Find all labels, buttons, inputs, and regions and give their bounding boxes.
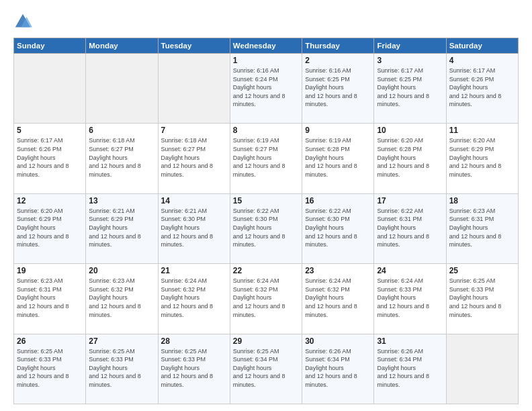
day-cell: 3 Sunrise: 6:17 AM Sunset: 6:25 PM Dayli… [374, 54, 446, 124]
day-number: 2 [305, 56, 371, 65]
day-info: Sunrise: 6:21 AM Sunset: 6:30 PM Dayligh… [161, 207, 227, 249]
day-cell: 15 Sunrise: 6:22 AM Sunset: 6:30 PM Dayl… [230, 193, 302, 263]
day-info: Sunrise: 6:19 AM Sunset: 6:27 PM Dayligh… [233, 136, 299, 179]
day-cell: 19 Sunrise: 6:23 AM Sunset: 6:31 PM Dayl… [14, 264, 86, 334]
day-info: Sunrise: 6:18 AM Sunset: 6:27 PM Dayligh… [89, 136, 154, 179]
day-cell: 30 Sunrise: 6:26 AM Sunset: 6:34 PM Dayl… [302, 334, 374, 404]
header-cell-wednesday: Wednesday [230, 38, 302, 54]
day-info: Sunrise: 6:25 AM Sunset: 6:34 PM Dayligh… [233, 347, 299, 390]
logo-icon [13, 12, 32, 31]
day-info: Sunrise: 6:17 AM Sunset: 6:26 PM Dayligh… [449, 66, 515, 109]
day-number: 21 [161, 266, 227, 275]
page: SundayMondayTuesdayWednesdayThursdayFrid… [0, 0, 532, 411]
header-cell-sunday: Sunday [14, 38, 86, 54]
day-number: 28 [161, 336, 227, 346]
week-row-2: 5 Sunrise: 6:17 AM Sunset: 6:26 PM Dayli… [14, 124, 519, 193]
day-info: Sunrise: 6:22 AM Sunset: 6:30 PM Dayligh… [305, 207, 371, 249]
day-number: 31 [377, 336, 443, 346]
day-info: Sunrise: 6:22 AM Sunset: 6:31 PM Dayligh… [377, 207, 443, 249]
day-info: Sunrise: 6:18 AM Sunset: 6:27 PM Dayligh… [161, 136, 227, 179]
day-cell [158, 54, 230, 124]
day-info: Sunrise: 6:24 AM Sunset: 6:32 PM Dayligh… [305, 277, 371, 319]
day-info: Sunrise: 6:24 AM Sunset: 6:32 PM Dayligh… [233, 277, 299, 319]
day-number: 25 [449, 266, 515, 275]
day-cell: 10 Sunrise: 6:20 AM Sunset: 6:28 PM Dayl… [374, 124, 446, 193]
day-info: Sunrise: 6:24 AM Sunset: 6:33 PM Dayligh… [377, 277, 443, 319]
calendar-table: SundayMondayTuesdayWednesdayThursdayFrid… [13, 38, 519, 404]
day-cell: 11 Sunrise: 6:20 AM Sunset: 6:29 PM Dayl… [446, 124, 518, 193]
day-cell: 16 Sunrise: 6:22 AM Sunset: 6:30 PM Dayl… [302, 193, 374, 263]
day-cell: 29 Sunrise: 6:25 AM Sunset: 6:34 PM Dayl… [230, 334, 302, 404]
day-info: Sunrise: 6:22 AM Sunset: 6:30 PM Dayligh… [233, 207, 299, 249]
day-number: 30 [305, 336, 371, 346]
day-number: 20 [89, 266, 154, 275]
week-row-5: 26 Sunrise: 6:25 AM Sunset: 6:33 PM Dayl… [14, 334, 519, 404]
day-number: 4 [449, 56, 515, 65]
day-info: Sunrise: 6:16 AM Sunset: 6:25 PM Dayligh… [305, 66, 371, 109]
week-row-3: 12 Sunrise: 6:20 AM Sunset: 6:29 PM Dayl… [14, 193, 519, 263]
day-number: 14 [161, 196, 227, 205]
day-cell: 9 Sunrise: 6:19 AM Sunset: 6:28 PM Dayli… [302, 124, 374, 193]
day-number: 29 [233, 336, 299, 346]
day-cell: 26 Sunrise: 6:25 AM Sunset: 6:33 PM Dayl… [14, 334, 86, 404]
day-cell: 23 Sunrise: 6:24 AM Sunset: 6:32 PM Dayl… [302, 264, 374, 334]
day-cell: 20 Sunrise: 6:23 AM Sunset: 6:32 PM Dayl… [86, 264, 158, 334]
day-info: Sunrise: 6:20 AM Sunset: 6:29 PM Dayligh… [17, 207, 83, 249]
header-row: SundayMondayTuesdayWednesdayThursdayFrid… [14, 38, 519, 54]
day-info: Sunrise: 6:19 AM Sunset: 6:28 PM Dayligh… [305, 136, 371, 179]
day-cell: 24 Sunrise: 6:24 AM Sunset: 6:33 PM Dayl… [374, 264, 446, 334]
day-info: Sunrise: 6:23 AM Sunset: 6:31 PM Dayligh… [17, 277, 83, 319]
day-number: 8 [233, 126, 299, 135]
day-info: Sunrise: 6:17 AM Sunset: 6:25 PM Dayligh… [377, 66, 443, 109]
day-info: Sunrise: 6:23 AM Sunset: 6:32 PM Dayligh… [89, 277, 154, 319]
day-cell: 7 Sunrise: 6:18 AM Sunset: 6:27 PM Dayli… [158, 124, 230, 193]
day-number: 27 [89, 336, 154, 346]
day-number: 24 [377, 266, 443, 275]
day-info: Sunrise: 6:20 AM Sunset: 6:28 PM Dayligh… [377, 136, 443, 179]
day-cell: 22 Sunrise: 6:24 AM Sunset: 6:32 PM Dayl… [230, 264, 302, 334]
day-number: 19 [17, 266, 83, 275]
day-info: Sunrise: 6:25 AM Sunset: 6:33 PM Dayligh… [17, 347, 83, 390]
header-cell-saturday: Saturday [446, 38, 518, 54]
day-cell: 4 Sunrise: 6:17 AM Sunset: 6:26 PM Dayli… [446, 54, 518, 124]
day-number: 7 [161, 126, 227, 135]
day-cell: 14 Sunrise: 6:21 AM Sunset: 6:30 PM Dayl… [158, 193, 230, 263]
day-cell: 21 Sunrise: 6:24 AM Sunset: 6:32 PM Dayl… [158, 264, 230, 334]
day-cell: 17 Sunrise: 6:22 AM Sunset: 6:31 PM Dayl… [374, 193, 446, 263]
day-number: 13 [89, 196, 154, 205]
day-number: 9 [305, 126, 371, 135]
day-info: Sunrise: 6:24 AM Sunset: 6:32 PM Dayligh… [161, 277, 227, 319]
day-number: 12 [17, 196, 83, 205]
day-cell: 12 Sunrise: 6:20 AM Sunset: 6:29 PM Dayl… [14, 193, 86, 263]
day-number: 3 [377, 56, 443, 65]
day-info: Sunrise: 6:20 AM Sunset: 6:29 PM Dayligh… [449, 136, 515, 179]
day-cell [446, 334, 518, 404]
day-info: Sunrise: 6:26 AM Sunset: 6:34 PM Dayligh… [377, 347, 443, 390]
week-row-4: 19 Sunrise: 6:23 AM Sunset: 6:31 PM Dayl… [14, 264, 519, 334]
logo [13, 12, 34, 31]
day-number: 18 [449, 196, 515, 205]
day-cell: 5 Sunrise: 6:17 AM Sunset: 6:26 PM Dayli… [14, 124, 86, 193]
day-number: 6 [89, 126, 154, 135]
day-number: 22 [233, 266, 299, 275]
day-info: Sunrise: 6:16 AM Sunset: 6:24 PM Dayligh… [233, 66, 299, 109]
header-cell-friday: Friday [374, 38, 446, 54]
day-number: 23 [305, 266, 371, 275]
day-info: Sunrise: 6:17 AM Sunset: 6:26 PM Dayligh… [17, 136, 83, 179]
day-number: 17 [377, 196, 443, 205]
day-cell: 6 Sunrise: 6:18 AM Sunset: 6:27 PM Dayli… [86, 124, 158, 193]
day-cell: 28 Sunrise: 6:25 AM Sunset: 6:33 PM Dayl… [158, 334, 230, 404]
day-number: 26 [17, 336, 83, 346]
calendar-header: SundayMondayTuesdayWednesdayThursdayFrid… [14, 38, 519, 54]
header-cell-thursday: Thursday [302, 38, 374, 54]
week-row-1: 1 Sunrise: 6:16 AM Sunset: 6:24 PM Dayli… [14, 54, 519, 124]
day-number: 5 [17, 126, 83, 135]
header [13, 12, 519, 31]
header-cell-tuesday: Tuesday [158, 38, 230, 54]
day-cell [14, 54, 86, 124]
day-cell [86, 54, 158, 124]
day-info: Sunrise: 6:23 AM Sunset: 6:31 PM Dayligh… [449, 207, 515, 249]
day-cell: 8 Sunrise: 6:19 AM Sunset: 6:27 PM Dayli… [230, 124, 302, 193]
day-cell: 2 Sunrise: 6:16 AM Sunset: 6:25 PM Dayli… [302, 54, 374, 124]
day-cell: 1 Sunrise: 6:16 AM Sunset: 6:24 PM Dayli… [230, 54, 302, 124]
